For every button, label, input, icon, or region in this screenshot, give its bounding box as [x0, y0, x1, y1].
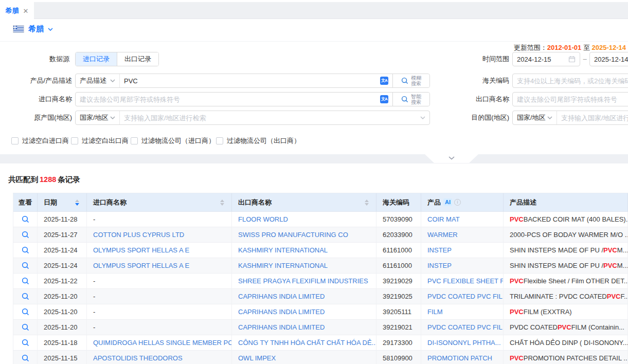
magnifier-icon	[22, 277, 29, 285]
collapse-panel-button[interactable]	[425, 154, 478, 163]
product-type-select[interactable]: 产品描述	[76, 74, 120, 87]
row-exporter[interactable]: SWISS PRO MANUFACTURING CO	[232, 227, 376, 243]
sort-icon[interactable]	[220, 199, 224, 206]
info-icon[interactable]: i	[454, 199, 461, 206]
magnifier-icon	[22, 323, 29, 331]
date-end-input[interactable]	[594, 56, 628, 63]
date-start-input[interactable]	[517, 56, 565, 63]
table-row: 2025-11-20 - CAPRIHANS INDIA LIMITED 392…	[13, 320, 628, 335]
col-header-exporter[interactable]: 出口商名称	[232, 193, 376, 212]
chevron-down-icon[interactable]	[48, 28, 53, 31]
filter-blank-exporter-checkbox[interactable]: 过滤空白出口商	[71, 136, 129, 145]
row-hs: 39219025	[376, 289, 421, 304]
chevron-down-icon	[448, 156, 455, 160]
view-record-button[interactable]	[13, 351, 38, 364]
translate-icon[interactable]: 文A	[380, 95, 388, 103]
row-product[interactable]: WARMER	[421, 227, 504, 243]
row-importer[interactable]: QUIMIDROGA HELLAS SINGLE MEMBER PC	[87, 335, 232, 351]
destination-country-select[interactable]: 国家/地区	[513, 111, 557, 124]
magnifier-icon	[22, 246, 29, 254]
row-hs: 29173300	[376, 335, 421, 351]
close-icon[interactable]: ✕	[23, 8, 29, 14]
col-header-view: 查看	[13, 193, 38, 212]
row-date: 2025-11-28	[38, 212, 87, 227]
country-header[interactable]: 希腊	[13, 24, 53, 34]
date-end-field[interactable]	[589, 52, 628, 66]
exporter-label: 出口商名称	[437, 92, 509, 106]
origin-country-input[interactable]	[124, 114, 417, 122]
row-importer[interactable]: APOSTOLIDIS THEODOROS	[87, 351, 232, 364]
tab-bar	[0, 2, 628, 19]
row-importer[interactable]: OLYMPUS SPORT HELLAS A E	[87, 258, 232, 274]
row-product[interactable]: INSTEP	[421, 243, 504, 258]
row-product[interactable]: INSTEP	[421, 258, 504, 274]
filter-blank-importer-checkbox[interactable]: 过滤空白进口商	[11, 136, 69, 145]
origin-country-group: 国家/地区	[75, 111, 430, 125]
row-exporter[interactable]: KASHMIRY INTERNATIONAL	[232, 243, 376, 258]
exporter-input[interactable]	[517, 96, 628, 103]
row-hs: 57039090	[376, 212, 421, 227]
row-importer: -	[87, 304, 232, 320]
view-record-button[interactable]	[13, 289, 38, 304]
smart-search-button[interactable]: 智能搜索	[392, 93, 429, 106]
row-exporter[interactable]: CAPRIHANS INDIA LIMITED	[232, 304, 376, 320]
data-source-label: 数据源	[0, 52, 69, 66]
tab-greece[interactable]: 希腊 ✕	[0, 2, 34, 20]
search-icon	[401, 77, 408, 84]
trade-search-page: { "tab": { "title": "希腊" }, "country_hea…	[0, 0, 628, 364]
calendar-icon[interactable]	[568, 56, 576, 63]
hs-code-field[interactable]	[512, 74, 628, 88]
row-product[interactable]: COIR MAT	[421, 212, 504, 227]
row-exporter[interactable]: FLOOR WORLD	[232, 212, 376, 227]
chevron-down-icon	[110, 116, 115, 119]
result-count: 1288	[38, 175, 58, 184]
view-record-button[interactable]	[13, 274, 38, 289]
sort-icon[interactable]	[75, 199, 79, 206]
exporter-field[interactable]	[512, 92, 628, 106]
data-source-segmented: 进口记录 出口记录	[75, 52, 159, 66]
row-product[interactable]: PVDC COATED PVC FIL...	[421, 289, 504, 304]
origin-country-select[interactable]: 国家/地区	[76, 111, 120, 124]
row-desc: SHIN INSTEPS MADE OF PU / PVC M...	[504, 258, 628, 274]
import-records-button[interactable]: 进口记录	[76, 52, 117, 66]
destination-country-input[interactable]	[561, 114, 628, 122]
view-record-button[interactable]	[13, 227, 38, 243]
col-header-importer[interactable]: 进口商名称	[87, 193, 232, 212]
filter-logistics-importer-checkbox[interactable]: 过滤物流公司（进口商）	[131, 136, 215, 145]
view-record-button[interactable]	[13, 243, 38, 258]
row-importer[interactable]: OLYMPUS SPORT HELLAS A E	[87, 243, 232, 258]
row-product[interactable]: FILM	[421, 304, 504, 320]
row-product[interactable]: PROMOTION PATCH	[421, 351, 504, 364]
row-exporter[interactable]: OWL IMPEX	[232, 351, 376, 364]
view-record-button[interactable]	[13, 258, 38, 274]
col-header-date[interactable]: 日期	[38, 193, 87, 212]
view-record-button[interactable]	[13, 212, 38, 227]
magnifier-icon	[22, 354, 29, 362]
row-product[interactable]: PVDC COATED PVC FIL...	[421, 320, 504, 335]
view-record-button[interactable]	[13, 320, 38, 335]
chevron-down-icon	[110, 79, 115, 82]
row-product[interactable]: PVC FLEXIBLE SHEET F...	[421, 274, 504, 289]
filter-logistics-exporter-checkbox[interactable]: 过滤物流公司（出口商）	[216, 136, 300, 145]
row-importer[interactable]: COTTON PLUS CYPRUS LTD	[87, 227, 232, 243]
row-exporter[interactable]: KASHMIRY INTERNATIONAL	[232, 258, 376, 274]
date-start-field[interactable]	[512, 52, 580, 66]
row-exporter[interactable]: CAPRIHANS INDIA LIMITED	[232, 320, 376, 335]
chevron-down-icon[interactable]	[420, 116, 425, 119]
row-product[interactable]: DI-ISONONYL PHTHA...	[421, 335, 504, 351]
hs-code-input[interactable]	[517, 77, 628, 85]
row-exporter[interactable]: CÔNG TY TNHH HÓA CHẤT CHẤT HÓA DẺ...	[232, 335, 376, 351]
results-summary: 共匹配到1288条记录	[8, 175, 80, 185]
sort-icon[interactable]	[365, 199, 369, 206]
view-record-button[interactable]	[13, 335, 38, 351]
row-exporter[interactable]: CAPRIHANS INDIA LIMITED	[232, 289, 376, 304]
view-record-button[interactable]	[13, 304, 38, 320]
row-exporter[interactable]: SHREE PRAGYA FLEXIFILM INDUSTRIES	[232, 274, 376, 289]
translate-icon[interactable]: 文A	[380, 77, 388, 85]
export-records-button[interactable]: 出口记录	[117, 52, 158, 66]
product-search-input[interactable]	[124, 77, 377, 85]
importer-input[interactable]	[80, 96, 377, 103]
fuzzy-search-button[interactable]: 模糊搜索	[392, 74, 429, 87]
row-desc: PVC PROMOTION PATCHES DETAIL ...	[504, 351, 628, 364]
chevron-down-icon	[547, 116, 552, 119]
